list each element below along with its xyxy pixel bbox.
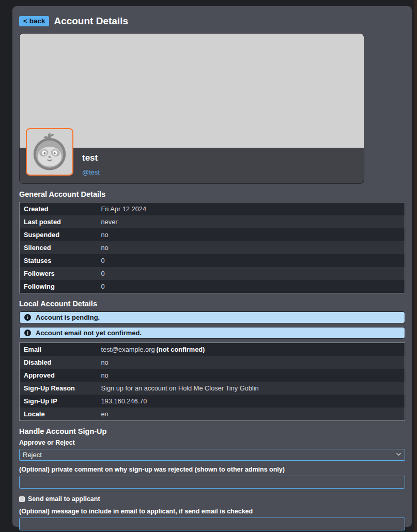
email-message-input[interactable]: [19, 518, 405, 530]
approve-reject-select-wrap: Reject: [19, 449, 405, 461]
table-row: Suspended no: [20, 228, 405, 241]
table-row: Sign-Up IP 193.160.246.70: [20, 395, 405, 408]
row-label: Suspended: [20, 228, 97, 241]
banner-text: Account is pending.: [36, 314, 100, 321]
row-label: Approved: [20, 369, 97, 382]
row-value: no: [97, 356, 405, 369]
send-email-row: Send email to applicant: [19, 495, 405, 503]
row-label: Created: [20, 202, 97, 216]
local-section-heading: Local Account Details: [19, 300, 405, 308]
not-confirmed-flag: (not confirmed): [157, 346, 205, 353]
profile-basic-info: test @test: [20, 148, 364, 183]
email-unconfirmed-banner: i Account email not yet confirmed.: [19, 327, 405, 339]
table-row: Sign-Up Reason Sign up for an account on…: [20, 382, 405, 395]
back-button[interactable]: < back: [19, 16, 49, 26]
row-label: Locale: [20, 408, 97, 421]
row-value: en: [97, 408, 405, 421]
user-handle[interactable]: @test: [82, 168, 100, 176]
general-details-table: Created Fri Apr 12 2024 Last posted neve…: [19, 202, 405, 293]
page-title: Account Details: [54, 15, 128, 27]
row-value: no: [97, 241, 405, 254]
table-row: Followers 0: [20, 267, 405, 280]
row-value: 0: [97, 254, 405, 267]
row-label: Email: [20, 343, 97, 356]
row-value: 0: [97, 280, 405, 293]
email-message-label: (Optional) message to include in email t…: [19, 508, 405, 515]
banner-text: Account email not yet confirmed.: [36, 329, 142, 337]
table-row: Email test@example.org(not confirmed): [20, 343, 405, 356]
local-details-table: Email test@example.org(not confirmed) Di…: [19, 342, 405, 421]
row-value: 0: [97, 267, 405, 280]
row-label: Following: [20, 280, 97, 293]
info-circle-icon: i: [24, 314, 31, 321]
general-section-heading: General Account Details: [19, 190, 405, 198]
info-circle-icon: i: [24, 330, 31, 336]
table-row: Created Fri Apr 12 2024: [20, 202, 405, 216]
table-row: Locale en: [20, 408, 405, 421]
row-value: no: [97, 228, 405, 241]
table-row: Approved no: [20, 369, 405, 382]
signup-section-heading: Handle Account Sign-Up: [19, 427, 405, 435]
row-label: Disabled: [20, 356, 97, 369]
scrollbar[interactable]: [414, 0, 417, 532]
send-email-checkbox[interactable]: [19, 496, 25, 502]
row-label: Silenced: [20, 241, 97, 254]
row-value: no: [97, 369, 405, 382]
table-row: Last posted never: [20, 215, 405, 228]
approve-reject-label: Approve or Reject: [19, 439, 405, 446]
row-label: Followers: [20, 267, 97, 280]
private-comment-input[interactable]: [19, 476, 405, 489]
avatar: [26, 128, 73, 176]
row-value: Sign up for an account on Hold Me Closer…: [97, 382, 405, 395]
row-value: Fri Apr 12 2024: [97, 202, 405, 216]
table-row: Disabled no: [20, 356, 405, 369]
profile-card: test @test: [19, 33, 364, 184]
row-label: Statuses: [20, 254, 97, 267]
display-name: test: [82, 153, 100, 163]
send-email-label: Send email to applicant: [28, 495, 100, 503]
private-comment-label: (Optional) private comment on why sign-u…: [19, 466, 405, 473]
row-value: test@example.org(not confirmed): [97, 343, 405, 356]
profile-names: test @test: [82, 148, 100, 183]
approve-reject-select[interactable]: Reject: [19, 449, 405, 461]
row-value: 193.160.246.70: [97, 395, 405, 408]
row-label: Sign-Up IP: [20, 395, 97, 408]
header: < back Account Details: [19, 15, 405, 27]
table-row: Following 0: [20, 280, 405, 293]
row-label: Sign-Up Reason: [20, 382, 97, 395]
sloth-avatar-icon: [29, 130, 70, 174]
table-row: Silenced no: [20, 241, 405, 254]
account-details-panel: < back Account Details: [12, 6, 412, 527]
account-pending-banner: i Account is pending.: [19, 311, 405, 323]
row-label: Last posted: [20, 215, 97, 228]
table-row: Statuses 0: [20, 254, 405, 267]
row-value: never: [97, 215, 405, 228]
